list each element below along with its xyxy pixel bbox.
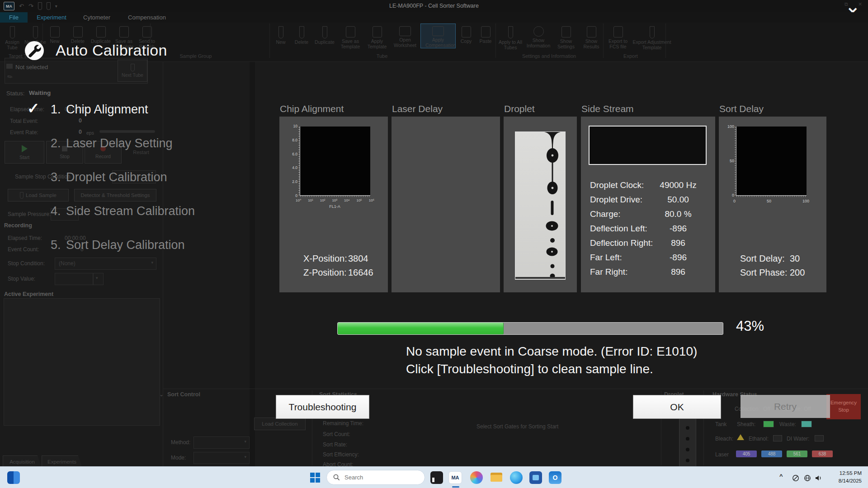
- mode-dropdown[interactable]: ▾: [193, 452, 250, 464]
- search-input[interactable]: [344, 474, 413, 481]
- start-button[interactable]: Start: [5, 141, 44, 164]
- play-icon: [22, 145, 28, 152]
- panel-header-droplet: Droplet: [504, 103, 535, 114]
- charge-label: Charge:: [590, 209, 621, 219]
- ribbon-group-label: Export: [616, 53, 646, 59]
- ribbon-group-label: Settings and Information: [507, 53, 591, 59]
- template-icon: [346, 26, 355, 38]
- ok-button[interactable]: OK: [633, 395, 721, 419]
- wrench-icon: [25, 41, 44, 60]
- stop-value-label: Stop Value:: [8, 276, 35, 282]
- delete-tube-button[interactable]: Delete: [292, 24, 311, 45]
- chip-plot-x-label: FL1-A: [300, 204, 370, 209]
- taskbar-clock[interactable]: 12:55 PM 8/14/2025: [839, 469, 862, 484]
- delete-button[interactable]: Delete: [67, 24, 88, 44]
- load-collection-button[interactable]: Load Collection: [254, 418, 306, 430]
- redo-icon[interactable]: ↷: [28, 3, 33, 9]
- volume-icon[interactable]: [815, 474, 823, 482]
- ribbon-group-export: Export to FCS file Export Adjustment Tem…: [605, 24, 671, 50]
- show-settings-button[interactable]: Show Settings: [554, 24, 578, 49]
- show-information-button[interactable]: Show Information: [525, 24, 552, 48]
- open-worksheet-button[interactable]: Open Worksheet: [392, 24, 419, 48]
- tab-cytometer[interactable]: Cytometer: [83, 12, 111, 23]
- laser-561-chip: 561: [787, 450, 807, 457]
- paste-button[interactable]: Paste: [477, 24, 494, 44]
- deflection-left-value: -896: [649, 224, 708, 234]
- sort-control-chevron-icon[interactable]: ⌄: [159, 391, 164, 398]
- show-results-button[interactable]: Show Results: [580, 24, 602, 49]
- export-fcs-button[interactable]: Export to FCS file: [605, 24, 631, 49]
- charge-value: 80.0 %: [649, 209, 708, 219]
- sort-phase-label: Sort Phase:: [740, 267, 788, 278]
- load-sample-button[interactable]: Load Sample: [8, 189, 69, 202]
- tab-experiment[interactable]: Experiment: [36, 12, 67, 23]
- start-button-icon[interactable]: [310, 473, 320, 483]
- ribbon-separator: [665, 23, 666, 58]
- far-right-value: 896: [649, 267, 708, 277]
- progress-fill: [338, 323, 504, 334]
- file-explorer-icon[interactable]: [490, 471, 503, 484]
- check-icon: ✓: [27, 99, 40, 117]
- retry-button[interactable]: Retry: [741, 395, 830, 418]
- duplicate-button[interactable]: Duplicate: [90, 24, 111, 44]
- event-count-label: Event Count:: [8, 246, 39, 253]
- widgets-icon[interactable]: [7, 471, 20, 484]
- new-tube-button[interactable]: New: [272, 24, 290, 45]
- apply-compensation-button[interactable]: Apply Compensation: [421, 24, 455, 48]
- tab-acquisition[interactable]: Acquisition: [3, 455, 42, 468]
- clipboard-icon: [481, 26, 491, 38]
- assign-tube-button[interactable]: Assign Tube: [2, 24, 23, 50]
- apply-template-button[interactable]: Apply Template: [365, 24, 389, 49]
- compensation-icon: [432, 26, 444, 36]
- sort-gates-hint: Select Sort Gates for Sorting Start: [476, 423, 558, 430]
- store-app-icon[interactable]: [529, 471, 542, 484]
- duplicate-tube-button[interactable]: Duplicate: [313, 24, 336, 45]
- window-title: LE-MA900FP - Cell Sorter Software: [0, 3, 868, 9]
- apply-to-all-tubes-button[interactable]: Apply to All Tubes: [498, 24, 523, 50]
- x-position-label: X-Position:: [303, 253, 347, 264]
- taskbar-search[interactable]: [326, 470, 425, 485]
- copilot-icon[interactable]: [470, 471, 483, 484]
- emergency-stop-button[interactable]: Emergency Stop: [826, 394, 861, 419]
- next-tube-icon[interactable]: [47, 2, 51, 10]
- warning-triangle-icon: [737, 434, 744, 440]
- tab-file[interactable]: File: [0, 12, 28, 23]
- z-position-label: Z-Position:: [303, 267, 347, 278]
- detector-threshold-settings-button[interactable]: Detector & Threshold Settings: [74, 189, 156, 202]
- copy-button[interactable]: Copy: [458, 24, 475, 44]
- troubleshooting-button[interactable]: Troubleshooting: [276, 395, 369, 419]
- panel-laser-delay: [392, 117, 500, 292]
- sort-delay-plot: [736, 127, 807, 196]
- app-logo-icon[interactable]: MA: [4, 2, 14, 10]
- next-tube-sidebar-button[interactable]: Next Tube: [118, 60, 147, 82]
- undo-icon[interactable]: ↶: [19, 3, 24, 9]
- folder-icon: [6, 64, 13, 69]
- tube-icon[interactable]: [38, 2, 42, 10]
- title-bar: LE-MA900FP - Cell Sorter Software MA ↶ ↷…: [0, 0, 868, 12]
- tube-x-icon: [299, 26, 304, 38]
- close-small-icon[interactable]: ✕: [858, 1, 862, 7]
- stop-condition-dropdown[interactable]: (None) ▾: [55, 258, 156, 270]
- laser-638-chip: 638: [812, 450, 833, 457]
- toolbar-dropdown-icon[interactable]: ▾: [55, 4, 57, 9]
- active-app-indicator: [452, 486, 459, 488]
- quick-access-toolbar: MA ↶ ↷ ▾: [4, 2, 57, 10]
- edge-icon[interactable]: [510, 471, 523, 484]
- tray-chevron-icon[interactable]: ^: [779, 473, 783, 479]
- tab-experiments[interactable]: Experiments: [42, 455, 82, 468]
- tab-compensation[interactable]: Compensation: [129, 12, 165, 23]
- event-rate-unit: eps: [86, 130, 94, 136]
- sort-area-divider: [163, 389, 868, 389]
- do-not-disturb-icon[interactable]: [792, 474, 799, 482]
- stop-value-dropdown-button[interactable]: ▾: [93, 273, 104, 285]
- new-button[interactable]: New: [44, 24, 65, 44]
- tube-export-icon: [650, 26, 655, 38]
- stop-value-field[interactable]: [55, 273, 94, 285]
- save-as-template-tube-button[interactable]: Save as Template: [338, 24, 363, 49]
- method-dropdown[interactable]: ▾: [193, 436, 250, 449]
- network-globe-icon[interactable]: [804, 474, 811, 482]
- outlook-icon[interactable]: O: [549, 471, 561, 484]
- dark-app-icon[interactable]: [430, 471, 443, 484]
- ma900-app-icon[interactable]: MA: [448, 471, 462, 484]
- droplet-drive-value: 50.00: [649, 195, 708, 205]
